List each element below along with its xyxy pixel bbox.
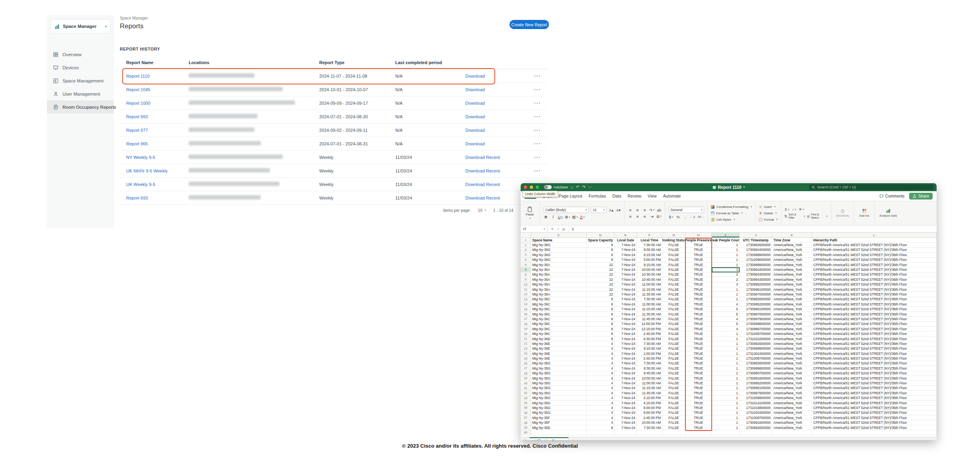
cell[interactable]: TRUE [685, 391, 712, 395]
cell[interactable]: 7-Nov-24 [615, 262, 637, 267]
column-header-I[interactable]: I [712, 233, 740, 238]
cell[interactable]: Peak People Count [712, 238, 740, 243]
cell[interactable]: 7-Nov-24 [615, 361, 637, 366]
cell[interactable]: 7-Nov-24 [615, 405, 637, 410]
cell[interactable]: CPPB/North America/51 WEST 52nd STREET (… [812, 376, 937, 381]
cell[interactable]: 7:30:00 AM [637, 425, 662, 430]
cell[interactable]: 1731009600000 [740, 258, 772, 262]
cell[interactable]: 4 [587, 341, 615, 346]
row-header-39[interactable]: 39 [521, 425, 531, 430]
cell[interactable]: CPPB/North America/51 WEST 52nd STREET (… [812, 415, 937, 420]
row-menu-button[interactable]: ··· [528, 154, 547, 160]
cell[interactable]: 4 [587, 405, 615, 410]
cell[interactable]: 7:30:00 AM [637, 297, 662, 302]
cell[interactable]: 11:30:00 AM [637, 312, 662, 317]
cell[interactable]: CPPB/North America/51 WEST 52nd STREET (… [812, 381, 937, 386]
cell[interactable]: FALSE [662, 366, 685, 371]
row-header-21[interactable]: 21 [521, 337, 531, 341]
autosum-icon[interactable]: Σ▾ [785, 207, 790, 212]
cell[interactable]: 7-Nov-24 [615, 248, 637, 253]
report-name-link[interactable]: Report 1110 [126, 74, 150, 78]
create-new-report-button[interactable]: Create New Report [510, 20, 549, 29]
cell[interactable]: 4 [587, 361, 615, 366]
cell[interactable]: 1731022200000 [740, 337, 772, 341]
cell[interactable]: 10:30:00 AM [637, 272, 662, 277]
indent-icon[interactable]: ⇥ [649, 214, 654, 219]
increase-decimal-icon[interactable]: ←.0 [690, 214, 695, 219]
cell[interactable]: America/New_York [772, 307, 812, 311]
cell[interactable]: 8 [587, 327, 615, 331]
cell[interactable]: Mtg Ny-35G [531, 405, 587, 410]
cell[interactable]: America/New_York [772, 331, 812, 336]
cell[interactable]: 1731008700000 [740, 331, 772, 336]
row-header-24[interactable]: 24 [521, 351, 531, 356]
name-box[interactable]: I7▾ [521, 225, 548, 232]
cell[interactable]: 1730988900000 [740, 262, 772, 267]
cell[interactable] [685, 430, 712, 435]
report-name-link[interactable]: NY Weekly 9-5 [126, 155, 155, 160]
report-name-link[interactable]: Report 693 [126, 196, 148, 200]
font-name-select[interactable]: Calibri (Body)▾ [543, 207, 589, 213]
cell[interactable]: 1731008700000 [740, 356, 772, 361]
cell[interactable]: TRUE [685, 287, 712, 292]
cell[interactable]: FALSE [662, 272, 685, 277]
row-header-12[interactable]: 12 [521, 292, 531, 297]
cell[interactable]: CPPB/North America/51 WEST 52nd STREET (… [812, 371, 937, 376]
cell[interactable]: 8 [587, 317, 615, 321]
cell[interactable]: 3 [712, 282, 740, 287]
cell[interactable]: Mtg Ny-35G [531, 386, 587, 391]
cell[interactable]: 22 [587, 282, 615, 287]
cell[interactable]: 6:30:00 PM [637, 337, 662, 341]
cell[interactable]: 11:00:00 AM [637, 381, 662, 386]
more-toolbar-icon[interactable]: ⋯ [588, 185, 592, 189]
cell[interactable]: 7-Nov-24 [615, 396, 637, 401]
cell[interactable]: Mtg Ny-36G [531, 243, 587, 247]
cell[interactable]: 7-Nov-24 [615, 356, 637, 361]
cell[interactable]: CPPB/North America/51 WEST 52nd STREET (… [812, 337, 937, 341]
cell[interactable]: 1730995200000 [740, 381, 772, 386]
cell[interactable]: FALSE [662, 351, 685, 356]
cell[interactable]: Mtg Ny-36C [531, 297, 587, 302]
cell[interactable]: 7-Nov-24 [615, 317, 637, 321]
row-header-36[interactable]: 36 [521, 411, 531, 415]
row-header-16[interactable]: 16 [521, 312, 531, 317]
cell[interactable]: 2 [712, 272, 740, 277]
cell[interactable]: America/New_York [772, 302, 812, 307]
cell[interactable]: America/New_York [772, 401, 812, 405]
cell[interactable]: America/New_York [772, 297, 812, 302]
cell[interactable]: 4 [587, 386, 615, 391]
cell[interactable]: Mtg Ny-36C [531, 312, 587, 317]
cell[interactable]: 7-Nov-24 [615, 351, 637, 356]
cell[interactable]: Mtg Ny-36G [531, 258, 587, 262]
cell[interactable]: 22 [587, 262, 615, 267]
row-header-9[interactable]: 9 [521, 277, 531, 282]
cell[interactable]: Booking Status [662, 238, 685, 243]
cell[interactable]: America/New_York [772, 411, 812, 415]
cell[interactable]: 1730997000000 [740, 292, 772, 297]
cell[interactable]: 3:00:00 PM [637, 258, 662, 262]
zoom-window-icon[interactable] [536, 186, 539, 189]
cell[interactable]: FALSE [662, 415, 685, 420]
cell[interactable]: 8 [587, 297, 615, 302]
cell[interactable]: 1 [712, 391, 740, 395]
row-header-31[interactable]: 31 [521, 386, 531, 391]
cell[interactable]: 4 [587, 391, 615, 395]
cell[interactable]: 1:00:00 PM [637, 351, 662, 356]
cell[interactable]: CPPB/North America/51 WEST 52nd STREET (… [812, 262, 937, 267]
cell[interactable]: 4 [587, 356, 615, 361]
format-as-table-button[interactable]: Format as Table▾ [711, 211, 752, 216]
row-header-37[interactable]: 37 [521, 415, 531, 420]
cell[interactable]: 22 [587, 277, 615, 282]
insert-function-icon[interactable]: fx [562, 227, 565, 231]
row-header-1[interactable]: 1 [521, 238, 531, 243]
cell[interactable]: CPPB/North America/51 WEST 52nd STREET (… [812, 331, 937, 336]
cell[interactable]: Mtg Ny-36E [531, 351, 587, 356]
cell[interactable]: 6:00:00 PM [637, 411, 662, 415]
cell[interactable]: Mtg Ny-36A [531, 277, 587, 282]
cell[interactable]: Local Time [637, 238, 662, 243]
download-link[interactable]: Download [465, 87, 485, 92]
cell[interactable]: America/New_York [772, 282, 812, 287]
cell[interactable]: America/New_York [772, 317, 812, 321]
cell[interactable]: America/New_York [772, 361, 812, 366]
align-center-icon[interactable]: ≡ [635, 214, 640, 219]
